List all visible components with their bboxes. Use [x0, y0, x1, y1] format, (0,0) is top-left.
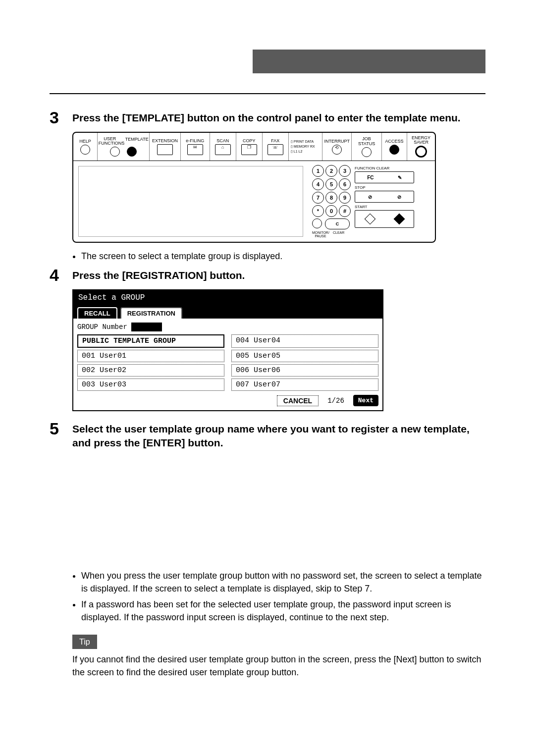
lines-label: ▯ L1 L2	[291, 150, 302, 154]
step-3-bullet-1: The screen to select a template group is…	[81, 250, 485, 263]
clear-c-button[interactable]: C	[325, 218, 350, 229]
efiling-label: e-FILING	[186, 138, 204, 143]
help-label: HELP	[79, 139, 91, 144]
start-diamond-icon	[364, 214, 375, 225]
group-number-label: GROUP Number	[77, 323, 127, 331]
user-functions-label: USER FUNCTIONS	[99, 137, 121, 146]
user-functions-button[interactable]	[110, 147, 120, 157]
start-label: START	[355, 205, 414, 209]
header-rule	[50, 93, 485, 94]
stop-label: STOP	[355, 185, 414, 190]
clear-label: CLEAR	[333, 231, 344, 238]
function-clear-label: FUNCTION CLEAR	[355, 166, 414, 170]
group-001[interactable]: 001 User01	[77, 350, 224, 362]
extension-button[interactable]	[157, 144, 173, 155]
page-header	[50, 50, 485, 73]
access-button[interactable]	[389, 145, 399, 155]
lcd-screenshot: Select a GROUP RECALL REGISTRATION GROUP…	[72, 289, 383, 411]
panel-top-row: HELP USER FUNCTIONS TEMPLATE EXTENSION e…	[73, 133, 435, 161]
key-9[interactable]: 9	[339, 192, 351, 204]
group-007[interactable]: 007 User07	[231, 378, 378, 391]
next-button[interactable]: Next	[353, 395, 378, 406]
monitor-pause-label: MONITOR/ PAUSE	[312, 231, 329, 238]
key-hash[interactable]: #	[339, 205, 351, 217]
cancel-button[interactable]: CANCEL	[277, 395, 319, 406]
interrupt-label: INTERRUPT	[324, 139, 350, 144]
efiling-button[interactable]: ✉	[187, 144, 203, 155]
key-0[interactable]: 0	[325, 205, 337, 217]
scan-label: SCAN	[216, 138, 229, 143]
template-button[interactable]	[127, 147, 137, 157]
pencil-icon: ✎	[398, 175, 402, 180]
energy-saver-button[interactable]	[415, 146, 427, 158]
group-grid: PUBLIC TEMPLATE GROUP 004 User04 001 Use…	[77, 334, 378, 391]
monitor-pause-button[interactable]	[312, 218, 322, 228]
numeric-keypad: 1 2 3 4 5 6 7 8 9	[312, 165, 351, 238]
panel-right-controls: 1 2 3 4 5 6 7 8 9	[308, 161, 435, 242]
key-7[interactable]: 7	[312, 192, 324, 204]
lcd-title: Select a GROUP	[73, 290, 382, 305]
key-8[interactable]: 8	[325, 192, 337, 204]
group-002[interactable]: 002 User02	[77, 364, 224, 377]
key-3[interactable]: 3	[339, 165, 351, 177]
control-panel-illustration: HELP USER FUNCTIONS TEMPLATE EXTENSION e…	[72, 132, 436, 243]
key-star[interactable]: *	[312, 205, 324, 217]
stop-button[interactable]: ⊘ ⊘	[355, 191, 414, 203]
key-2[interactable]: 2	[325, 165, 337, 177]
start-diamond-icon-2	[393, 214, 405, 225]
group-004[interactable]: 004 User04	[231, 334, 378, 348]
key-4[interactable]: 4	[312, 178, 324, 190]
memory-rx-label: ▯ MEMORY RX	[291, 145, 315, 149]
copy-label: COPY	[243, 138, 256, 143]
step-5-heading: 5 Select the user template group name wh…	[50, 420, 485, 450]
step-4-number: 4	[50, 267, 72, 283]
group-006[interactable]: 006 User06	[231, 364, 378, 377]
step-4-heading: 4 Press the [REGISTRATION] button.	[50, 267, 485, 283]
panel-lcd-blank	[78, 166, 303, 237]
group-number-field[interactable]	[131, 323, 162, 331]
copy-button[interactable]: ❐	[241, 144, 257, 155]
interrupt-button[interactable]: ⟲	[332, 145, 342, 155]
key-6[interactable]: 6	[339, 178, 351, 190]
tab-recall[interactable]: RECALL	[77, 307, 117, 319]
group-public[interactable]: PUBLIC TEMPLATE GROUP	[77, 334, 224, 348]
energy-saver-label: ENERGY SAVER	[409, 136, 433, 145]
step-5-bullet-1: When you press the user template group b…	[81, 569, 485, 595]
tip-badge: Tip	[72, 635, 97, 649]
group-003[interactable]: 003 User03	[77, 378, 224, 391]
group-005[interactable]: 005 User05	[231, 350, 378, 362]
stop-icon: ⊘	[368, 194, 372, 200]
print-data-label: ▯ PRINT DATA	[291, 140, 314, 144]
page-indicator: 1/26	[327, 397, 344, 405]
template-label: TEMPLATE	[125, 137, 149, 146]
stop-icon-2: ⊘	[397, 194, 401, 200]
job-status-button[interactable]	[362, 147, 372, 157]
panel-bottom: 1 2 3 4 5 6 7 8 9	[73, 161, 435, 242]
key-5[interactable]: 5	[325, 178, 337, 190]
step-5-number: 5	[50, 420, 72, 450]
scan-button[interactable]: ⌂	[215, 144, 231, 155]
access-label: ACCESS	[385, 139, 404, 144]
fax-button[interactable]: ☏	[268, 144, 283, 155]
help-button[interactable]	[80, 145, 90, 155]
extension-label: EXTENSION	[152, 138, 178, 143]
tab-registration[interactable]: REGISTRATION	[120, 307, 182, 319]
key-1[interactable]: 1	[312, 165, 324, 177]
fax-label: FAX	[271, 138, 279, 143]
step-3-heading: 3 Press the [TEMPLATE] button on the con…	[50, 109, 485, 126]
tip-text: If you cannot find the desired user temp…	[72, 653, 485, 679]
lcd-tabs: RECALL REGISTRATION	[73, 305, 382, 319]
job-status-label: JOB STATUS	[354, 136, 379, 146]
fc-button[interactable]: FC✎	[355, 171, 414, 183]
step-5-bullet-2: If a password has been set for the selec…	[81, 598, 485, 624]
step-4-title: Press the [REGISTRATION] button.	[72, 267, 245, 283]
start-button[interactable]	[355, 210, 414, 228]
header-dark-strip	[253, 50, 485, 73]
step-3-title: Press the [TEMPLATE] button on the contr…	[72, 109, 461, 126]
step-3-number: 3	[50, 109, 72, 126]
step-5-title: Select the user template group name wher…	[72, 420, 485, 450]
